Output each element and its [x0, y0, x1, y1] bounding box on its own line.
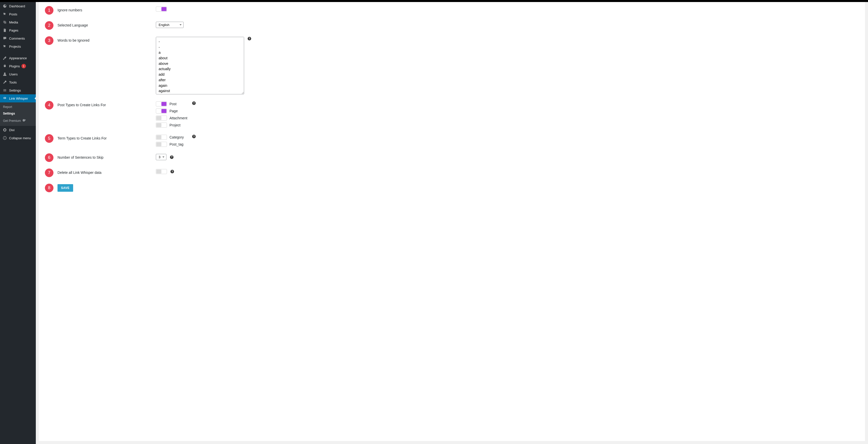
term-type-category-toggle[interactable]: [156, 135, 167, 140]
sidebar-label: Link Whisper: [9, 97, 28, 100]
sidebar-item-projects[interactable]: Projects: [0, 42, 36, 51]
collapse-icon: [2, 136, 7, 140]
sentences-skip-select[interactable]: 3: [156, 154, 166, 160]
sidebar-item-media[interactable]: Media: [0, 18, 36, 26]
language-select[interactable]: English: [156, 22, 184, 28]
row-post-types: 4 Post Types to Create Links For Post Pa…: [45, 101, 859, 128]
external-link-icon: [22, 118, 26, 123]
sidebar-label: Projects: [9, 45, 21, 49]
step-badge: 2: [45, 21, 54, 30]
sidebar-label: Divi: [9, 128, 14, 132]
row-selected-language: 2 Selected Language English: [45, 22, 859, 30]
setting-label: Ignore numbers: [58, 6, 156, 12]
sidebar-label: Pages: [9, 29, 19, 32]
toggle-label: Post_tag: [169, 142, 183, 146]
plug-icon: [2, 64, 7, 68]
help-icon[interactable]: ?: [192, 101, 196, 105]
help-icon[interactable]: ?: [170, 155, 174, 159]
sidebar-label: Comments: [9, 37, 25, 40]
submenu: Report Settings Get Premium: [0, 102, 36, 126]
sidebar-label: Tools: [9, 81, 17, 84]
sidebar-item-collapse[interactable]: Collapse menu: [0, 134, 36, 142]
link-icon: [2, 96, 7, 101]
row-words-ignored: 3 Words to be Ignored ?: [45, 37, 859, 94]
sidebar-item-dashboard[interactable]: Dashboard: [0, 2, 36, 10]
delete-data-toggle[interactable]: [156, 169, 167, 174]
sidebar-label: Users: [9, 72, 18, 76]
ignore-numbers-toggle[interactable]: [156, 6, 167, 11]
toggle-label: Attachment: [169, 116, 187, 120]
step-badge: 6: [45, 153, 54, 162]
pin-icon: [2, 12, 7, 17]
setting-label: Delete all Link Whisper data: [58, 169, 156, 175]
submenu-report[interactable]: Report: [0, 104, 36, 110]
pin-icon: [2, 44, 7, 49]
row-delete-data: 7 Delete all Link Whisper data ?: [45, 169, 859, 177]
sidebar-item-users[interactable]: Users: [0, 70, 36, 78]
step-badge: 5: [45, 134, 54, 143]
sidebar-item-link-whisper[interactable]: Link Whisper: [0, 94, 36, 102]
sidebar-label: Plugins: [9, 64, 20, 68]
brush-icon: [2, 56, 7, 60]
update-badge: 1: [22, 64, 26, 68]
svg-point-0: [4, 73, 5, 74]
setting-label: Number of Sentences to Skip: [58, 154, 156, 159]
step-badge: 3: [45, 36, 54, 45]
sidebar-item-pages[interactable]: Pages: [0, 26, 36, 34]
media-icon: [2, 20, 7, 25]
sidebar-item-divi[interactable]: Divi: [0, 126, 36, 134]
step-badge: 1: [45, 6, 54, 14]
setting-label: Post Types to Create Links For: [58, 101, 156, 107]
row-ignore-numbers: 1 Ignore numbers: [45, 6, 859, 14]
submenu-get-premium[interactable]: Get Premium: [0, 117, 36, 125]
row-term-types: 5 Term Types to Create Links For Categor…: [45, 135, 859, 147]
setting-label: Words to be Ignored: [58, 37, 156, 42]
submenu-settings[interactable]: Settings: [0, 110, 36, 117]
sidebar-item-comments[interactable]: Comments: [0, 34, 36, 42]
sidebar-label: Appearance: [9, 56, 27, 60]
sidebar-item-tools[interactable]: Tools: [0, 78, 36, 86]
ignored-words-textarea[interactable]: [156, 37, 244, 94]
help-icon[interactable]: ?: [170, 170, 174, 173]
pages-icon: [2, 28, 7, 33]
toggle-label: Page: [169, 109, 178, 113]
step-badge: 4: [45, 101, 54, 110]
sidebar-item-appearance[interactable]: Appearance: [0, 54, 36, 62]
sidebar-item-plugins[interactable]: Plugins 1: [0, 62, 36, 70]
sidebar-item-posts[interactable]: Posts: [0, 10, 36, 18]
help-icon[interactable]: ?: [192, 135, 196, 138]
help-icon[interactable]: ?: [248, 37, 251, 40]
toggle-label: Project: [169, 123, 181, 127]
divi-icon: [2, 128, 7, 132]
dashboard-icon: [2, 4, 7, 8]
post-type-attachment-toggle[interactable]: [156, 116, 167, 121]
setting-label: Selected Language: [58, 22, 156, 27]
post-type-project-toggle[interactable]: [156, 123, 167, 128]
sliders-icon: [2, 88, 7, 93]
post-type-post-toggle[interactable]: [156, 101, 167, 107]
admin-sidebar: Dashboard Posts Media Pages Comments Pro…: [0, 2, 36, 444]
toggle-label: Category: [169, 135, 184, 139]
sidebar-label: Dashboard: [9, 4, 25, 8]
sidebar-label: Collapse menu: [9, 136, 31, 140]
user-icon: [2, 72, 7, 77]
wrench-icon: [2, 80, 7, 85]
sidebar-label: Settings: [9, 89, 21, 92]
toggle-label: Post: [169, 102, 177, 106]
sidebar-label: Posts: [9, 12, 18, 16]
admin-topbar: [0, 0, 868, 2]
setting-label: Term Types to Create Links For: [58, 135, 156, 140]
comment-icon: [2, 36, 7, 40]
step-badge: 7: [45, 169, 54, 177]
step-badge: 8: [45, 184, 54, 192]
post-type-page-toggle[interactable]: [156, 109, 167, 114]
row-sentences-skip: 6 Number of Sentences to Skip 3 ?: [45, 154, 859, 162]
term-type-posttag-toggle[interactable]: [156, 142, 167, 147]
sidebar-label: Media: [9, 21, 18, 24]
settings-panel: 1 Ignore numbers 2 Selected Language Eng…: [39, 2, 865, 441]
save-button[interactable]: SAVE: [58, 184, 73, 192]
sidebar-item-settings[interactable]: Settings: [0, 86, 36, 94]
row-save: 8 SAVE: [45, 184, 859, 192]
